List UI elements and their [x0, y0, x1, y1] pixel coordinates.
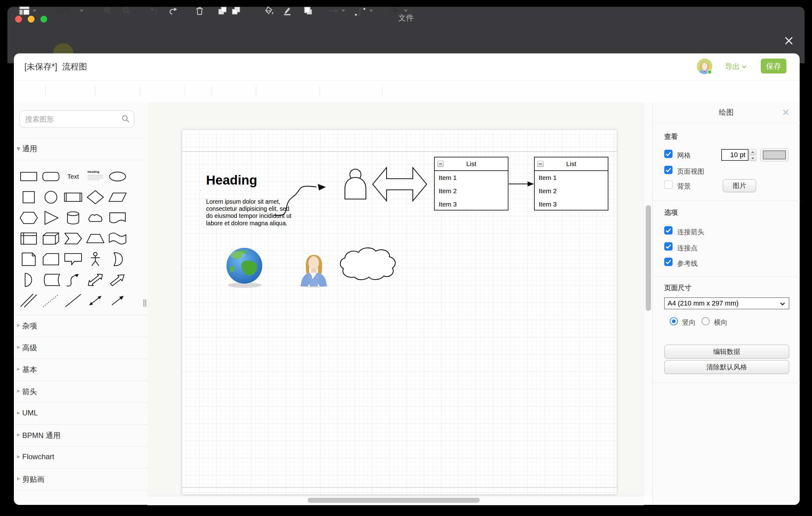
- shape-callout[interactable]: [62, 249, 84, 269]
- sidebar-section-general[interactable]: ▾ 通用: [14, 138, 147, 160]
- vertical-scrollbar[interactable]: [646, 205, 651, 311]
- shape-curve[interactable]: [62, 269, 84, 290]
- connection-points-checkbox[interactable]: [664, 242, 672, 251]
- delete-button[interactable]: [195, 0, 205, 22]
- export-button[interactable]: 导出: [725, 62, 747, 71]
- fill-color-button[interactable]: [263, 0, 275, 22]
- canvas-heading-text[interactable]: Heading: [206, 173, 257, 188]
- connection-arrows-checkbox[interactable]: [664, 226, 672, 234]
- list-item[interactable]: Item 1: [535, 171, 608, 184]
- shape-triangle[interactable]: [40, 207, 62, 228]
- shape-tape[interactable]: [107, 228, 129, 249]
- shape-cloud[interactable]: [84, 207, 107, 228]
- sidebar-resize-handle[interactable]: [143, 299, 147, 307]
- shape-cube[interactable]: [40, 228, 62, 249]
- shadow-button[interactable]: [302, 0, 314, 22]
- shape-process[interactable]: [62, 187, 84, 207]
- user-shape[interactable]: [345, 169, 366, 199]
- zoom-level[interactable]: 85%: [53, 0, 74, 22]
- shape-or[interactable]: [107, 249, 129, 269]
- shape-ellipse[interactable]: [107, 166, 129, 187]
- panel-close-icon[interactable]: [782, 109, 789, 116]
- shape-actor[interactable]: [84, 249, 107, 269]
- sidebar-category-基本[interactable]: ▸基本: [14, 359, 147, 380]
- shape-bidirectional-arrow[interactable]: [84, 269, 107, 290]
- list-item[interactable]: Item 2: [435, 184, 508, 198]
- connection-style-button[interactable]: [326, 0, 339, 22]
- shape-rectangle[interactable]: [18, 166, 40, 187]
- list-item[interactable]: Item 3: [435, 198, 508, 211]
- collapse-minus-icon[interactable]: [437, 161, 444, 167]
- grid-size-input[interactable]: [721, 149, 749, 161]
- collapse-minus-icon[interactable]: [538, 161, 544, 167]
- double-arrow-shape[interactable]: [373, 168, 427, 201]
- portrait-radio[interactable]: [670, 317, 678, 325]
- user-avatar[interactable]: [697, 59, 712, 74]
- sidebar-category-BPMN 通用[interactable]: ▸BPMN 通用: [14, 424, 147, 446]
- view-panels-button[interactable]: [17, 0, 32, 22]
- shape-text[interactable]: Text: [62, 166, 84, 187]
- page-size-select[interactable]: A4 (210 mm x 297 mm): [664, 297, 789, 309]
- grid-color-swatch[interactable]: [760, 148, 788, 162]
- list-item[interactable]: Item 3: [535, 198, 608, 211]
- waypoint-style-caret[interactable]: [368, 0, 374, 22]
- undo-button[interactable]: [149, 0, 159, 22]
- shape-trapezoid[interactable]: [84, 228, 107, 249]
- guides-checkbox[interactable]: [664, 258, 672, 266]
- to-front-button[interactable]: [218, 0, 227, 22]
- sidebar-category-剪贴画[interactable]: ▸剪贴画: [14, 468, 147, 490]
- list-shape[interactable]: List Item 1 Item 2 Item 3: [434, 157, 509, 210]
- stepper-down-button[interactable]: [749, 155, 756, 161]
- cloud-shape[interactable]: [340, 248, 395, 280]
- shape-cylinder[interactable]: [62, 207, 84, 228]
- background-checkbox[interactable]: [664, 180, 672, 189]
- zoom-caret[interactable]: [79, 0, 85, 22]
- stepper-up-button[interactable]: [749, 149, 756, 155]
- shape-step[interactable]: [62, 228, 84, 249]
- shape-diamond[interactable]: [84, 187, 107, 207]
- view-panels-caret[interactable]: [32, 0, 37, 22]
- redo-button[interactable]: [168, 0, 178, 22]
- sidebar-category-UML[interactable]: ▸UML: [14, 402, 147, 424]
- background-image-button[interactable]: 图片: [723, 179, 756, 192]
- shape-hexagon[interactable]: [18, 207, 40, 228]
- canvas-paragraph-text[interactable]: Lorem ipsum dolor sit amet, consectetur …: [206, 198, 291, 227]
- shape-document[interactable]: [107, 207, 129, 228]
- shape-internal-storage[interactable]: [18, 228, 40, 249]
- waypoint-style-button[interactable]: [353, 0, 367, 22]
- edit-data-button[interactable]: 编辑数据: [664, 345, 789, 359]
- list-connector-arrow[interactable]: [509, 181, 534, 187]
- sidebar-category-Flowchart[interactable]: ▸Flowchart: [14, 446, 147, 468]
- shape-arrow[interactable]: [107, 269, 129, 290]
- sidebar-category-箭头[interactable]: ▸箭头: [14, 380, 147, 402]
- save-button[interactable]: 保存: [761, 59, 786, 74]
- page-view-checkbox[interactable]: [664, 166, 672, 174]
- shape-and[interactable]: [18, 269, 40, 290]
- list-item[interactable]: Item 1: [435, 171, 508, 184]
- shape-double-line[interactable]: [18, 290, 40, 311]
- shape-dotted-line[interactable]: [40, 290, 62, 311]
- shape-note[interactable]: [18, 249, 40, 269]
- sidebar-category-杂项[interactable]: ▸杂项: [14, 315, 147, 337]
- shape-circle[interactable]: [40, 187, 62, 207]
- shape-heading[interactable]: Heading: [84, 166, 107, 187]
- horizontal-scrollbar[interactable]: [308, 498, 480, 503]
- zoom-in-button[interactable]: [103, 0, 113, 22]
- list-shape[interactable]: List Item 1 Item 2 Item 3: [534, 157, 608, 210]
- shape-line[interactable]: [62, 290, 84, 311]
- insert-caret[interactable]: [403, 0, 408, 22]
- shape-square[interactable]: [18, 187, 40, 207]
- zoom-out-button[interactable]: [121, 0, 132, 22]
- shape-rounded-rectangle[interactable]: [40, 166, 62, 187]
- shape-directional-connector[interactable]: [107, 290, 129, 311]
- globe-clipart[interactable]: [227, 248, 262, 288]
- sidebar-category-高级[interactable]: ▸高级: [14, 337, 147, 359]
- shape-bidirectional-connector[interactable]: [84, 290, 107, 311]
- line-color-button[interactable]: [281, 0, 293, 22]
- insert-button[interactable]: [389, 0, 401, 22]
- close-icon[interactable]: [783, 35, 794, 46]
- clear-default-style-button[interactable]: 清除默认风格: [664, 360, 789, 374]
- connection-style-caret[interactable]: [341, 0, 346, 22]
- list-item[interactable]: Item 2: [535, 184, 608, 198]
- drawing-canvas[interactable]: Heading Lorem ipsum dolor sit amet, cons…: [147, 103, 644, 496]
